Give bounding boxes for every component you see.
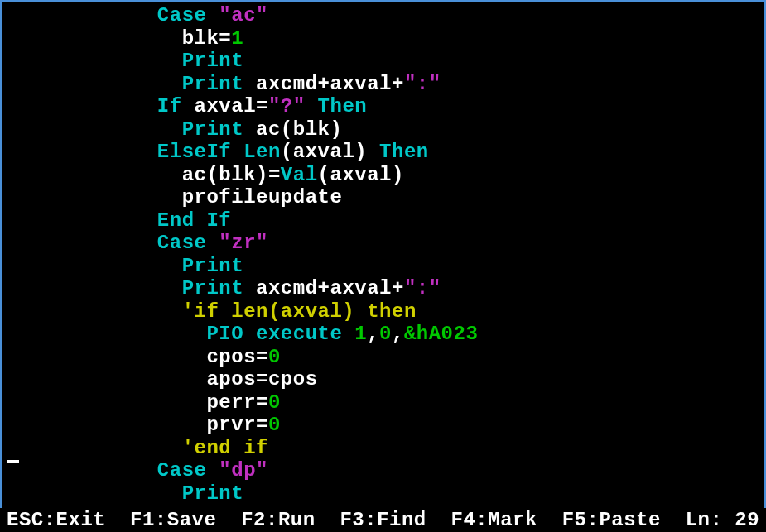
f2-hint: F2:Run — [241, 509, 315, 531]
code-line: prvr=0 — [9, 414, 757, 437]
text-cursor — [7, 460, 19, 463]
code-line: PIO execute 1,0,&hA023 — [9, 323, 757, 346]
code-line: perr=0 — [9, 391, 757, 415]
line-number-label: Ln: — [686, 509, 735, 531]
code-line: 'if len(axval) then — [9, 300, 757, 324]
code-line: End If — [9, 209, 757, 232]
f5-hint: F5:Paste — [562, 509, 661, 531]
code-line: Case "zr" — [9, 232, 757, 255]
line-number-value: 29 — [735, 509, 759, 531]
esc-hint: ESC:Exit — [7, 509, 105, 531]
f3-hint: F3:Find — [340, 509, 426, 531]
code-line: Case "ac" — [9, 4, 757, 27]
f4-hint: F4:Mark — [451, 509, 537, 531]
code-line: 'end if — [9, 437, 757, 460]
code-line: blk=1 — [9, 27, 757, 50]
code-line: Print ac(blk) — [9, 118, 757, 141]
code-line: Print axcmd+axval+":" — [9, 277, 757, 300]
code-editor[interactable]: Case "ac" blk=1 Print Print axcmd+axval+… — [0, 0, 766, 508]
code-line: Print axcmd+axval+":" — [9, 73, 757, 96]
code-line: profileupdate — [9, 186, 757, 209]
code-line: Print — [9, 50, 757, 73]
code-line: ElseIf Len(axval) Then — [9, 141, 757, 164]
code-line: apos=cpos — [9, 368, 757, 391]
code-line: cpos=0 — [9, 346, 757, 369]
code-line: Print — [9, 482, 757, 506]
f1-hint: F1:Save — [130, 509, 216, 531]
code-line: ac(blk)=Val(axval) — [9, 164, 757, 187]
code-line: Print — [9, 255, 757, 278]
code-line: Case "dp" — [9, 459, 757, 482]
code-line: If axval="?" Then — [9, 95, 757, 118]
status-bar: ESC:Exit F1:Save F2:Run F3:Find F4:Mark … — [0, 509, 766, 532]
